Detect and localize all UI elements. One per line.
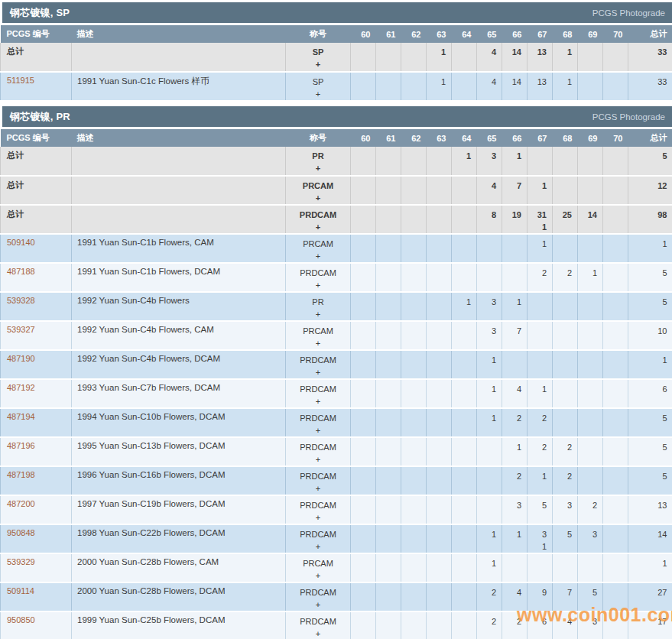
grade-cell-67: 1 bbox=[528, 466, 553, 495]
grade-cell-60 bbox=[351, 321, 376, 350]
cell-value: SP bbox=[286, 46, 350, 58]
grade-cell-61 bbox=[376, 524, 401, 553]
cell-value bbox=[452, 76, 471, 88]
cell-value: 2 bbox=[578, 499, 597, 511]
cell-value bbox=[603, 238, 622, 250]
cell-plus-value bbox=[401, 482, 420, 495]
cell-value bbox=[452, 557, 471, 569]
pcgs-number-link[interactable]: 539328 bbox=[7, 296, 35, 305]
cell-plus-value bbox=[502, 337, 521, 349]
cell-plus-value bbox=[553, 569, 572, 582]
col-header-designation: 称号 bbox=[286, 129, 351, 147]
pcgs-number-link[interactable]: 950848 bbox=[7, 528, 35, 537]
pcgs-number-link[interactable]: 487192 bbox=[7, 383, 35, 392]
cell-value: 13 bbox=[528, 46, 547, 58]
photograde-link[interactable]: PCGS Photograde bbox=[592, 112, 665, 122]
cell-value bbox=[401, 412, 420, 424]
pcgs-number-link[interactable]: 487198 bbox=[7, 470, 35, 479]
designation-cell: PRDCAM+ bbox=[286, 350, 351, 379]
cell-value bbox=[553, 238, 572, 250]
col-header-grade-70: 70 bbox=[603, 129, 628, 147]
cell-plus-value bbox=[427, 453, 446, 465]
grade-cell-62 bbox=[401, 350, 427, 379]
grade-cell-67: 5 bbox=[528, 495, 553, 524]
table-row: 9508481998 Yuan Sun-C22b Flowers, DCAMPR… bbox=[1, 524, 672, 553]
pcgs-number-link[interactable]: 487194 bbox=[7, 412, 35, 421]
cell-plus-value bbox=[452, 569, 471, 582]
grade-cell-64 bbox=[452, 495, 477, 524]
cell-plus-value bbox=[603, 395, 622, 407]
cell-plus-value bbox=[401, 192, 420, 204]
cell-plus-value bbox=[401, 366, 420, 378]
pcgs-number-link[interactable]: 511915 bbox=[7, 76, 34, 85]
cell-value bbox=[603, 296, 622, 308]
cell-value bbox=[351, 325, 370, 337]
cell-value bbox=[452, 528, 471, 540]
grade-cell-69 bbox=[578, 553, 603, 582]
cell-plus-value bbox=[528, 628, 547, 639]
pcgs-number-link[interactable]: 487200 bbox=[7, 499, 35, 508]
grade-cell-62 bbox=[401, 611, 427, 639]
pcgs-number-link[interactable]: 539329 bbox=[7, 557, 35, 566]
grade-cell-70 bbox=[603, 582, 628, 611]
cell-value bbox=[452, 499, 471, 511]
cell-value: PRCAM bbox=[286, 238, 350, 250]
col-header-grade-66: 66 bbox=[502, 129, 528, 147]
cell-value: 14 bbox=[502, 76, 521, 88]
grade-cell-66: 14 bbox=[502, 72, 528, 101]
grade-cell-63 bbox=[427, 350, 452, 379]
grade-cell-68: 1 bbox=[553, 43, 578, 72]
cell-plus-value bbox=[351, 162, 370, 174]
cell-plus-value bbox=[477, 569, 496, 582]
cell-plus-value bbox=[628, 279, 667, 291]
grade-cell-60 bbox=[351, 524, 376, 553]
cell-plus-value bbox=[427, 192, 446, 204]
cell-value bbox=[427, 470, 446, 482]
cell-plus-value bbox=[477, 58, 496, 70]
grade-cell-70 bbox=[603, 72, 628, 101]
cell-value: 1 bbox=[477, 412, 496, 424]
cell-plus-value bbox=[553, 395, 572, 407]
grade-cell-66: 1 bbox=[502, 147, 528, 176]
grade-cell-69 bbox=[578, 292, 603, 321]
col-header-total: 总计 bbox=[628, 25, 672, 43]
cell-value: PRDCAM bbox=[286, 441, 350, 453]
cell-value bbox=[351, 76, 370, 88]
cell-value: 1 bbox=[578, 267, 597, 279]
cell-value bbox=[528, 296, 547, 308]
row-total-cell: 33 bbox=[628, 72, 672, 101]
pcgs-number-link[interactable]: 950850 bbox=[7, 615, 35, 624]
cell-value bbox=[376, 238, 395, 250]
cell-plus-value bbox=[528, 337, 547, 349]
grade-cell-67: 13 bbox=[528, 72, 553, 101]
cell-plus-value bbox=[477, 395, 496, 407]
pcgs-number-link[interactable]: 539327 bbox=[7, 325, 35, 334]
cell-value bbox=[351, 150, 370, 162]
cell-plus-value bbox=[628, 482, 667, 495]
pcgs-number-cell: 950848 bbox=[1, 524, 72, 553]
pcgs-number-link[interactable]: 509114 bbox=[7, 586, 34, 595]
grade-cell-60 bbox=[351, 437, 376, 466]
pcgs-number-link[interactable]: 487190 bbox=[7, 354, 35, 363]
cell-value bbox=[427, 150, 446, 162]
grade-cell-61 bbox=[376, 147, 401, 176]
grade-cell-66: 4 bbox=[502, 379, 528, 408]
description-cell: 1999 Yuan Sun-C25b Flowers, DCAM bbox=[72, 611, 286, 639]
photograde-link[interactable]: PCGS Photograde bbox=[592, 8, 665, 18]
grade-cell-64 bbox=[452, 611, 477, 639]
cell-value: SP bbox=[286, 76, 350, 88]
grade-cell-64 bbox=[452, 72, 477, 101]
cell-value: 5 bbox=[628, 267, 667, 279]
pcgs-number-link[interactable]: 509140 bbox=[7, 238, 35, 247]
cell-value bbox=[578, 383, 597, 395]
pcgs-number-link[interactable]: 487196 bbox=[7, 441, 35, 450]
cell-plus-value bbox=[502, 88, 521, 100]
cell-value bbox=[351, 46, 370, 58]
grade-cell-69: 5 bbox=[578, 582, 603, 611]
cell-value bbox=[376, 150, 395, 162]
cell-value: 7 bbox=[553, 586, 572, 598]
cell-plus-value bbox=[427, 598, 446, 611]
grade-cell-64 bbox=[452, 234, 477, 263]
pcgs-number-link[interactable]: 487188 bbox=[7, 267, 35, 276]
pcgs-number-cell: 487196 bbox=[1, 437, 72, 466]
